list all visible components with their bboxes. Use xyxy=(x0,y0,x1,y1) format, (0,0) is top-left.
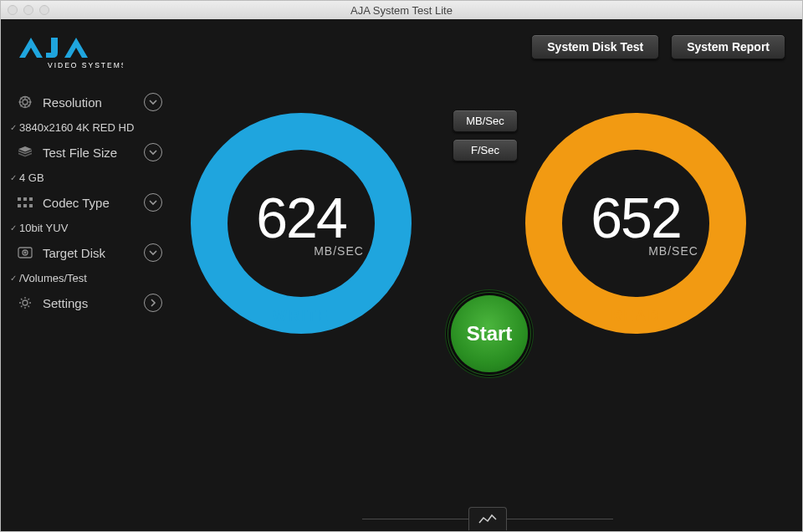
brand-sub: VIDEO SYSTEMS xyxy=(48,61,123,69)
svg-rect-4 xyxy=(29,197,33,201)
read-gauge: 652 MB/SEC READ xyxy=(515,103,756,344)
svg-rect-2 xyxy=(18,197,21,201)
sidebar-filesize[interactable]: Test File Size xyxy=(1,138,172,166)
sidebar-settings[interactable]: Settings xyxy=(1,289,172,317)
graph-icon xyxy=(468,507,507,530)
read-value: 652 xyxy=(591,189,680,246)
write-label: WRITE xyxy=(181,308,422,325)
sidebar-resolution-label: Resolution xyxy=(43,95,102,110)
sidebar-targetdisk[interactable]: Target Disk xyxy=(1,238,172,267)
svg-rect-3 xyxy=(23,197,27,201)
chevron-down-icon xyxy=(144,193,162,212)
svg-point-11 xyxy=(23,300,28,305)
svg-point-1 xyxy=(23,100,28,105)
minimize-traffic-light[interactable] xyxy=(23,5,33,15)
svg-rect-5 xyxy=(18,204,21,207)
write-gauge: 624 MB/SEC WRITE xyxy=(181,103,422,344)
resolution-icon xyxy=(16,95,34,110)
write-value: 624 xyxy=(256,189,345,246)
start-label: Start xyxy=(467,322,513,345)
read-label: READ xyxy=(515,308,756,325)
unit-mbsec-button[interactable]: MB/Sec xyxy=(453,110,518,132)
chevron-down-icon xyxy=(144,243,162,262)
sidebar-resolution[interactable]: Resolution xyxy=(1,88,172,116)
close-traffic-light[interactable] xyxy=(8,5,18,15)
svg-point-10 xyxy=(24,252,26,253)
write-unit: MB/SEC xyxy=(314,244,364,258)
codec-icon xyxy=(16,195,34,210)
disk-icon xyxy=(16,245,34,260)
traffic-lights xyxy=(8,5,49,15)
sidebar-filesize-label: Test File Size xyxy=(43,146,117,160)
unit-fsec-button[interactable]: F/Sec xyxy=(453,139,518,161)
start-button[interactable]: Start xyxy=(451,295,528,372)
chevron-right-icon xyxy=(144,294,162,312)
sidebar-codec-value: 10bit YUV xyxy=(1,217,172,238)
brand-logo: VIDEO SYSTEMS xyxy=(14,33,123,70)
read-unit: MB/SEC xyxy=(648,244,698,258)
main-area: MB/Sec F/Sec 624 MB/SEC WRITE xyxy=(172,19,802,531)
sidebar-targetdisk-label: Target Disk xyxy=(43,246,105,260)
gear-icon xyxy=(16,295,34,310)
sidebar-settings-label: Settings xyxy=(43,296,88,310)
sidebar-resolution-value: 3840x2160 4K RED HD xyxy=(1,116,172,138)
window-title: AJA System Test Lite xyxy=(8,4,795,17)
svg-rect-6 xyxy=(23,204,27,207)
sidebar-codec-label: Codec Type xyxy=(43,196,110,210)
chevron-down-icon xyxy=(144,93,162,111)
svg-rect-7 xyxy=(29,204,33,207)
zoom-traffic-light[interactable] xyxy=(39,5,49,15)
layers-icon xyxy=(16,145,34,160)
window: AJA System Test Lite VIDEO SYSTEMS Syste… xyxy=(0,0,803,532)
chevron-down-icon xyxy=(144,143,162,161)
sidebar-targetdisk-value: /Volumes/Test xyxy=(1,267,172,289)
sidebar-filesize-value: 4 GB xyxy=(1,166,172,188)
sidebar-codec[interactable]: Codec Type xyxy=(1,188,172,217)
sidebar: Resolution 3840x2160 4K RED HD Test File… xyxy=(1,19,172,531)
app-body: VIDEO SYSTEMS System Disk Test System Re… xyxy=(1,19,802,531)
drawer-handle[interactable] xyxy=(362,506,613,531)
titlebar: AJA System Test Lite xyxy=(1,1,802,19)
unit-buttons: MB/Sec F/Sec xyxy=(453,110,518,161)
